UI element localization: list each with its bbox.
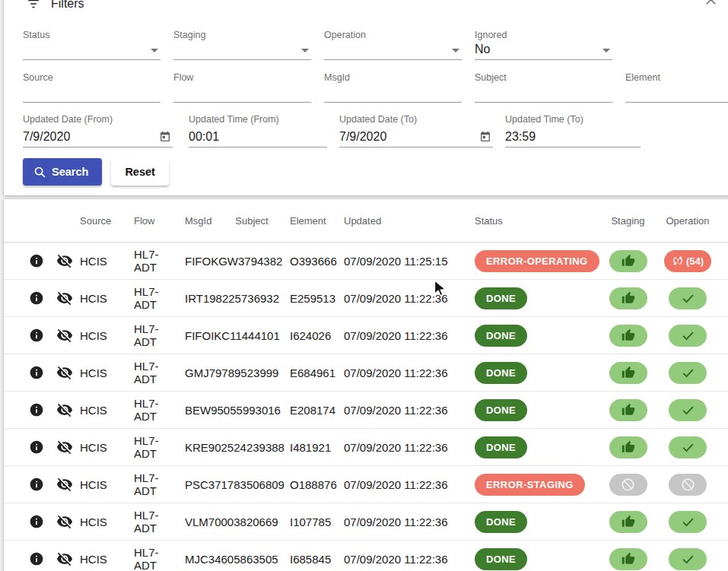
cell-element: I624026	[272, 317, 331, 354]
filter-flow[interactable]: Flow	[173, 72, 311, 103]
cell-updated: 07/09/2020 11:22:36	[331, 317, 464, 354]
table-row: HCISHL7-ADTBEW95055993016E20817407/09/20…	[4, 392, 728, 429]
filter-msgid-input[interactable]	[324, 84, 462, 103]
visibility-off-icon	[56, 439, 73, 455]
search-button[interactable]: Search	[23, 158, 102, 186]
operation-ok-pill[interactable]	[669, 511, 707, 533]
filter-updated-date-from[interactable]: Updated Date (From) 7/9/2020	[23, 114, 173, 148]
operation-blocked-pill	[669, 474, 707, 496]
table-body: HCISHL7-ADTFIFOKGW3794382O39366607/09/20…	[4, 243, 728, 571]
ignore-button[interactable]	[51, 317, 78, 354]
cell-msgid: FIFOIKC11444101	[181, 317, 232, 354]
ignore-button[interactable]	[51, 243, 78, 279]
filter-msgid[interactable]: MsgId	[324, 72, 462, 103]
calendar-icon[interactable]	[479, 131, 491, 143]
filter-operation-select[interactable]	[324, 42, 462, 60]
filter-source[interactable]: Source	[23, 72, 161, 103]
operation-ok-pill[interactable]	[669, 362, 707, 384]
filter-updated-time-from-input[interactable]: 00:01	[189, 126, 327, 148]
filter-operation[interactable]: Operation	[324, 30, 462, 60]
col-header-status: Status	[464, 199, 605, 242]
filter-subject[interactable]: Subject	[475, 72, 612, 103]
info-button[interactable]	[22, 354, 51, 391]
filter-element-label: Element	[625, 72, 728, 83]
cell-updated: 07/09/2020 11:22:36	[331, 541, 464, 571]
filter-staging[interactable]: Staging	[173, 30, 311, 60]
operation-ok-pill[interactable]	[669, 436, 707, 458]
cell-msgid: BEW95055993016	[181, 392, 232, 428]
info-button[interactable]	[22, 392, 51, 428]
cell-staging	[605, 429, 651, 465]
ignore-button[interactable]	[51, 429, 78, 465]
cell-flow: HL7-ADT	[130, 503, 181, 540]
ignore-button[interactable]	[51, 280, 78, 316]
col-header-element: Element	[272, 199, 331, 242]
filter-updated-time-from[interactable]: Updated Time (From) 00:01	[189, 114, 327, 148]
cell-source: HCIS	[78, 392, 130, 428]
info-button[interactable]	[22, 317, 51, 354]
staging-ok-pill[interactable]	[609, 250, 647, 272]
status-badge: ERROR-OPERATING	[475, 250, 599, 272]
ignore-button[interactable]	[51, 466, 78, 503]
filter-flow-input[interactable]	[173, 84, 311, 103]
operation-ok-pill[interactable]	[669, 399, 707, 421]
cell-operation	[651, 354, 724, 391]
filter-updated-date-to[interactable]: Updated Date (To) 7/9/2020	[339, 114, 493, 148]
info-icon	[29, 514, 44, 529]
filter-updated-date-from-label: Updated Date (From)	[23, 114, 173, 125]
staging-ok-pill[interactable]	[609, 511, 647, 533]
staging-ok-pill[interactable]	[609, 436, 647, 458]
thumb-up-icon	[622, 552, 635, 566]
cell-element: I107785	[272, 503, 331, 540]
filter-element[interactable]: Element	[625, 72, 728, 103]
staging-ok-pill[interactable]	[609, 548, 647, 570]
operation-ok-pill[interactable]	[669, 548, 707, 570]
cell-status: DONE	[464, 503, 605, 540]
operation-ok-pill[interactable]	[669, 287, 707, 309]
staging-ok-pill[interactable]	[609, 399, 647, 421]
filter-source-input[interactable]	[23, 84, 161, 103]
filter-ignored-select[interactable]: No	[475, 42, 612, 60]
close-icon[interactable]	[704, 0, 717, 6]
cell-updated: 07/09/2020 11:25:15	[331, 243, 464, 279]
filter-updated-date-to-input[interactable]: 7/9/2020	[339, 126, 493, 148]
filter-updated-time-to-input[interactable]: 23:59	[505, 126, 641, 148]
cell-updated: 07/09/2020 11:22:36	[331, 429, 464, 465]
info-button[interactable]	[22, 429, 51, 465]
cell-operation	[651, 317, 724, 354]
filter-updated-date-from-input[interactable]: 7/9/2020	[23, 126, 173, 148]
calendar-icon[interactable]	[159, 131, 171, 143]
info-button[interactable]	[22, 503, 51, 540]
cell-subject	[232, 354, 272, 391]
filter-staging-select[interactable]	[173, 42, 311, 60]
info-button[interactable]	[22, 466, 51, 503]
check-icon	[681, 403, 695, 417]
cell-flow: HL7-ADT	[130, 280, 181, 316]
staging-ok-pill[interactable]	[609, 325, 647, 347]
ignore-button[interactable]	[51, 541, 78, 571]
staging-ok-pill[interactable]	[609, 287, 647, 309]
filter-status-select[interactable]	[23, 42, 161, 60]
reset-button[interactable]: Reset	[111, 158, 169, 186]
cell-element: I685845	[272, 541, 331, 571]
chevron-down-icon	[301, 49, 309, 52]
filter-element-input[interactable]	[625, 84, 728, 103]
ignore-button[interactable]	[51, 392, 78, 428]
cell-staging	[605, 466, 651, 503]
col-header-subject: Subject	[232, 199, 272, 242]
ignore-button[interactable]	[51, 503, 78, 540]
filter-subject-input[interactable]	[475, 84, 612, 103]
operation-ok-pill[interactable]	[669, 325, 707, 347]
operation-retry-pill[interactable]: (54)	[664, 250, 711, 272]
chevron-down-icon	[452, 49, 459, 52]
filter-status[interactable]: Status	[23, 30, 161, 60]
staging-ok-pill[interactable]	[609, 362, 647, 384]
info-button[interactable]	[22, 541, 51, 571]
ignore-button[interactable]	[51, 354, 78, 391]
filter-ignored[interactable]: Ignored No	[475, 30, 612, 60]
info-button[interactable]	[22, 243, 51, 279]
info-button[interactable]	[22, 280, 51, 316]
thumb-up-icon	[622, 366, 635, 379]
filter-msgid-label: MsgId	[324, 72, 462, 83]
filter-updated-time-to[interactable]: Updated Time (To) 23:59	[505, 114, 641, 148]
